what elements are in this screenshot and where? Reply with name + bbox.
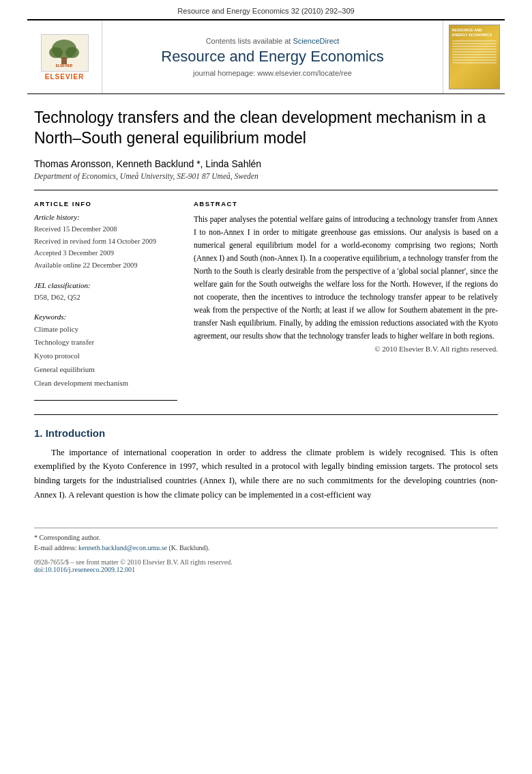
svg-point-2 (49, 47, 63, 58)
elsevier-logo-block: ELSEVIER ELSEVIER (27, 20, 102, 94)
keyword-item: Clean development mechanism (34, 377, 177, 390)
keyword-item: Technology transfer (34, 336, 177, 349)
keywords-block: Keywords: Climate policyTechnology trans… (34, 313, 177, 390)
revised-date: Received in revised form 14 October 2009 (34, 235, 177, 248)
svg-text:ELSEVIER: ELSEVIER (56, 63, 73, 68)
abstract-label: ABSTRACT (194, 200, 498, 207)
elsevier-brand-text: ELSEVIER (45, 73, 84, 81)
keyword-item: General equilibrium (34, 363, 177, 377)
intro-paragraph: The importance of international cooperat… (34, 446, 498, 502)
accepted-date: Accepted 3 December 2009 (34, 247, 177, 259)
keywords-list: Climate policyTechnology transferKyoto p… (34, 323, 177, 390)
sciencedirect-link[interactable]: ScienceDirect (293, 37, 339, 45)
jel-codes: D58, D62, Q52 (34, 291, 177, 303)
left-col-divider (34, 400, 177, 401)
intro-heading: 1. Introduction (34, 427, 498, 439)
online-date: Available online 22 December 2009 (34, 259, 177, 272)
article-info-abstract: ARTICLE INFO Article history: Received 1… (34, 200, 498, 401)
received-date: Received 15 December 2008 (34, 223, 177, 235)
journal-cover-image: RESOURCE AND ENERGY ECONOMICS (443, 20, 505, 94)
email-link[interactable]: kenneth.backlund@econ.umu.se (78, 544, 167, 551)
journal-homepage: journal homepage: www.elsevier.com/locat… (193, 69, 352, 77)
article-info-label: ARTICLE INFO (34, 200, 177, 207)
journal-header: ELSEVIER ELSEVIER Contents lists availab… (27, 19, 505, 94)
authors-line: Thomas Aronsson, Kenneth Backlund *, Lin… (34, 158, 498, 169)
keyword-item: Climate policy (34, 323, 177, 336)
keyword-item: Kyoto protocol (34, 349, 177, 363)
elsevier-tree-logo: ELSEVIER (41, 34, 89, 72)
sciencedirect-line: Contents lists available at ScienceDirec… (206, 37, 340, 45)
article-history-block: Article history: Received 15 December 20… (34, 213, 177, 272)
email-footnote: E-mail address: kenneth.backlund@econ.um… (34, 543, 498, 553)
article-title: Technology transfers and the clean devel… (34, 108, 498, 149)
issn-line: 0928-7655/$ – see front matter © 2010 El… (34, 558, 498, 566)
abstract-column: ABSTRACT This paper analyses the potenti… (194, 200, 498, 401)
copyright-line: © 2010 Elsevier B.V. All rights reserved… (194, 345, 498, 353)
jel-block: JEL classification: D58, D62, Q52 (34, 281, 177, 303)
jel-subheading: JEL classification: (34, 281, 177, 289)
affiliation: Department of Economics, Umeå University… (34, 172, 498, 180)
history-subheading: Article history: (34, 213, 177, 221)
footnote-area: * Corresponding author. E-mail address: … (34, 528, 498, 553)
keywords-subheading: Keywords: (34, 313, 177, 321)
doi-line[interactable]: doi:10.1016/j.reseneeco.2009.12.001 (34, 566, 498, 573)
journal-reference: Resource and Energy Economics 32 (2010) … (0, 0, 532, 19)
svg-point-3 (65, 47, 79, 58)
introduction-section: 1. Introduction The importance of intern… (34, 427, 498, 502)
abstract-text: This paper analyses the potential welfar… (194, 213, 498, 343)
cover-title-text: RESOURCE AND ENERGY ECONOMICS (452, 28, 497, 38)
section-divider (34, 414, 498, 415)
journal-title: Resource and Energy Economics (161, 48, 384, 66)
article-info-column: ARTICLE INFO Article history: Received 1… (34, 200, 177, 401)
corresponding-footnote: * Corresponding author. (34, 532, 498, 543)
header-divider (34, 190, 498, 190)
footer-meta: 0928-7655/$ – see front matter © 2010 El… (0, 553, 532, 582)
journal-header-center: Contents lists available at ScienceDirec… (102, 20, 443, 94)
